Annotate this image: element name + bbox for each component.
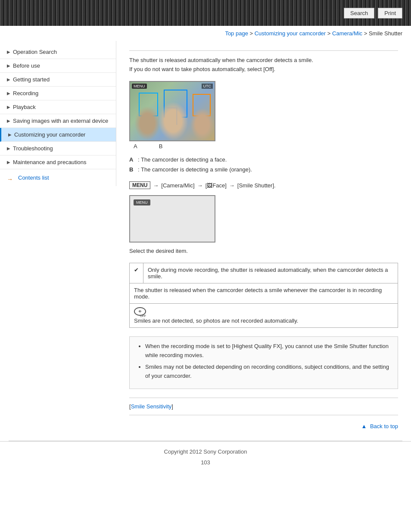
sidebar-item-getting-started[interactable]: ▶ Getting started [0, 73, 116, 87]
image-labels: A B [129, 143, 398, 149]
legend-letter-a: A [129, 155, 136, 165]
sidebar: ▶ Operation Search ▶ Before use ▶ Gettin… [0, 41, 116, 186]
bullet-item-1: When the recording mode is set to [Highe… [145, 342, 391, 360]
sidebar-label-troubleshooting: Troubleshooting [13, 145, 53, 152]
sidebar-item-troubleshooting[interactable]: ▶ Troubleshooting [0, 142, 116, 156]
layout: ▶ Operation Search ▶ Before use ▶ Gettin… [0, 41, 411, 441]
breadcrumb-sep1: > [250, 30, 255, 37]
contents-list-label[interactable]: Contents list [18, 174, 49, 181]
contents-list-link[interactable]: Contents list [0, 169, 116, 186]
sidebar-label-operation-search: Operation Search [13, 49, 57, 55]
bracket-close: ] [171, 403, 173, 410]
bullet-list: When the recording mode is set to [Highe… [137, 342, 391, 380]
print-button[interactable]: Print [378, 8, 402, 19]
off-icon: 👁 OFF [134, 307, 146, 316]
sidebar-item-saving-images[interactable]: ▶ Saving images with an external device [0, 114, 116, 128]
camera-mic-label: [Camera/Mic] [161, 182, 194, 189]
legend-item-a: A : The camcorder is detecting a face. [129, 155, 398, 165]
note-text-3: Smiles are not detected, so photos are n… [134, 317, 298, 324]
breadcrumb-top[interactable]: Top page [225, 30, 248, 37]
arrow-icon: ▶ [8, 132, 12, 137]
menu-box-label: MENU [129, 181, 150, 189]
top-divider [129, 50, 398, 51]
sidebar-item-playback[interactable]: ▶ Playback [0, 100, 116, 114]
arrow-icon: ▶ [7, 118, 10, 123]
footer-links: [Smile Sensitivity] [129, 403, 398, 410]
arrow-icon: ▶ [7, 160, 10, 165]
note-text-1: Only during movie recording, the shutter… [143, 263, 398, 283]
legend-letter-b: B [129, 165, 136, 174]
breadcrumb: Top page > Customizing your camcorder > … [0, 26, 411, 41]
legend: A : The camcorder is detecting a face. B… [129, 155, 398, 175]
legend-text-a: : The camcorder is detecting a face. [138, 155, 227, 165]
sidebar-label-getting-started: Getting started [13, 76, 50, 83]
arrow-icon: ▶ [7, 91, 10, 96]
menu-instruction: MENU → [Camera/Mic] → [🖼Face] → [Smile S… [129, 181, 398, 189]
note-row-3: 👁 OFF Smiles are not detected, so photos… [130, 304, 398, 328]
breadcrumb-sep2: > [327, 30, 332, 37]
utc-badge: UTC [202, 84, 213, 89]
copyright: Copyright 2012 Sony Corporation [0, 441, 411, 457]
check-cell: ✔ [130, 263, 143, 283]
arrow-icon: ▶ [7, 50, 10, 54]
sidebar-item-operation-search[interactable]: ▶ Operation Search [0, 45, 116, 59]
sidebar-item-customizing[interactable]: ▶ Customizing your camcorder [0, 128, 116, 142]
breadcrumb-sep3: > [364, 30, 369, 37]
sidebar-label-maintenance: Maintenance and precautions [13, 159, 87, 165]
bottom-divider-2 [129, 415, 398, 415]
search-button[interactable]: Search [344, 8, 374, 19]
arrow-icon: ▶ [7, 63, 10, 68]
note-row-1: ✔ Only during movie recording, the shutt… [130, 263, 398, 283]
arrow-icon: ▶ [7, 77, 10, 82]
breadcrumb-customizing[interactable]: Customizing your camcorder [255, 30, 326, 37]
legend-text-b: : The camcorder is detecting a smile (or… [138, 165, 252, 174]
arrow-icon: ▶ [7, 146, 10, 151]
contents-list-arrow-icon [7, 176, 16, 180]
smile-sensitivity-link[interactable]: Smile Sensitivity [131, 403, 172, 410]
sidebar-label-saving-images: Saving images with an external device [13, 118, 108, 124]
sidebar-item-recording[interactable]: ▶ Recording [0, 87, 116, 100]
sidebar-label-customizing: Customizing your camcorder [14, 131, 85, 138]
sidebar-label-recording: Recording [13, 90, 38, 96]
back-to-top: ▲ Back to top [129, 420, 398, 432]
label-a: A [134, 143, 137, 149]
note-text-2: The shutter is released when the camcord… [130, 283, 398, 304]
intro-line2: If you do not want to take photos automa… [129, 66, 275, 72]
arrow-right-3: → [229, 182, 235, 189]
camera-screenshot: MENU UTC [129, 81, 215, 141]
arrow-right-1: → [153, 182, 159, 189]
legend-item-b: B : The camcorder is detecting a smile (… [129, 165, 398, 174]
main-content: The shutter is released automatically wh… [116, 41, 411, 441]
note-row-2: The shutter is released when the camcord… [130, 283, 398, 304]
sidebar-item-before-use[interactable]: ▶ Before use [0, 59, 116, 73]
sidebar-label-before-use: Before use [13, 62, 40, 69]
bottom-divider-1 [129, 398, 398, 398]
bullet-section: When the recording mode is set to [Highe… [129, 336, 398, 389]
back-to-top-label: Back to top [370, 423, 398, 429]
sidebar-label-playback: Playback [13, 104, 36, 110]
arrow-icon: ▶ [7, 105, 10, 109]
menu-inner-badge: MENU [134, 199, 150, 205]
back-to-top-link[interactable]: ▲ Back to top [361, 423, 398, 429]
breadcrumb-current: Smile Shutter [369, 30, 402, 37]
select-text: Select the desired item. [129, 248, 398, 254]
arrow-right-2: → [197, 182, 203, 189]
smile-shutter-label: [Smile Shutter]. [237, 182, 276, 189]
note-row-off: 👁 OFF Smiles are not detected, so photos… [130, 304, 398, 328]
intro-text: The shutter is released automatically wh… [129, 56, 398, 74]
face-label: [🖼Face] [206, 182, 227, 189]
menu-badge: MENU [132, 84, 147, 89]
sidebar-item-maintenance[interactable]: ▶ Maintenance and precautions [0, 156, 116, 169]
back-to-top-triangle-icon: ▲ [361, 423, 367, 429]
label-b: B [159, 143, 163, 149]
bullet-item-2: Smiles may not be detected depending on … [145, 363, 391, 381]
breadcrumb-camera-mic[interactable]: Camera/Mic [332, 30, 362, 37]
intro-line1: The shutter is released automatically wh… [129, 57, 313, 63]
menu-screenshot: MENU [129, 195, 215, 243]
header: Search Print [0, 0, 411, 26]
page-number: 103 [0, 457, 411, 468]
notes-table: ✔ Only during movie recording, the shutt… [129, 263, 398, 328]
